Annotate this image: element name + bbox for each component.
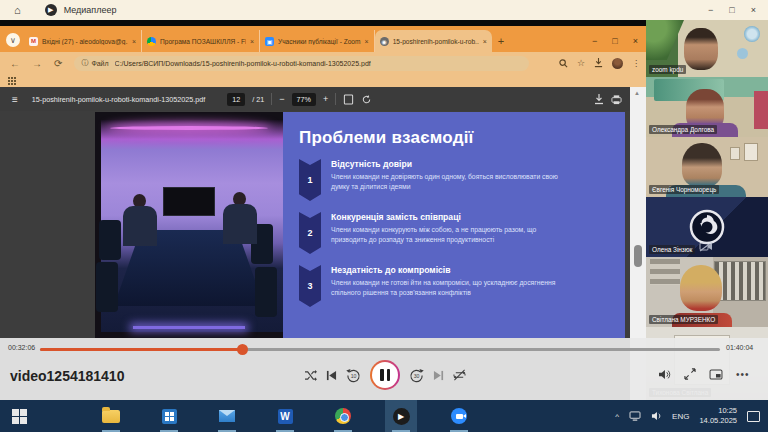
mail-icon[interactable] bbox=[216, 405, 238, 427]
tray-expand-icon[interactable]: ^ bbox=[615, 412, 619, 421]
seek-knob[interactable] bbox=[237, 344, 248, 355]
item-1-text: Члени команди не довіряють один одному, … bbox=[331, 172, 561, 192]
pdf-globe-icon: ◉ bbox=[380, 37, 389, 46]
bookmark-star-icon[interactable]: ☆ bbox=[577, 58, 585, 68]
tab-zoom[interactable]: ▣ Учасники публікації - Zoom × bbox=[260, 30, 375, 52]
clock[interactable]: 10:25 14.05.2025 bbox=[699, 406, 737, 426]
media-player-titlebar: ⌂ ▶ Медиаплеер − □ × bbox=[0, 0, 768, 20]
rotate-icon[interactable] bbox=[361, 94, 372, 105]
slide-page-12: Проблеми взаємодії 1 Відсутність довіри … bbox=[95, 112, 625, 338]
slide-title: Проблеми взаємодії bbox=[299, 128, 611, 148]
zoom-level-input[interactable]: 77% bbox=[292, 93, 316, 106]
total-time-label: 01:40:04 bbox=[726, 344, 753, 351]
browser-close-button[interactable]: × bbox=[633, 36, 638, 46]
start-button[interactable] bbox=[8, 405, 30, 427]
print-icon[interactable] bbox=[611, 94, 622, 105]
participant-name: Євгенія Чорноморець bbox=[649, 185, 719, 194]
microsoft-store-icon[interactable] bbox=[158, 405, 180, 427]
item-1-badge: 1 bbox=[299, 159, 321, 201]
download-icon[interactable] bbox=[594, 58, 603, 68]
tab-pdf-active[interactable]: ◉ 15-poshirenih-pomilok-u-rob... × bbox=[375, 30, 492, 52]
file-explorer-icon[interactable] bbox=[100, 405, 122, 427]
repeat-off-icon[interactable] bbox=[453, 369, 466, 381]
scroll-up-arrow-icon[interactable]: ▲ bbox=[634, 90, 640, 96]
new-tab-button[interactable]: + bbox=[498, 35, 504, 47]
home-icon[interactable]: ⌂ bbox=[14, 4, 21, 16]
forward-30-icon[interactable]: 30 bbox=[409, 368, 424, 383]
tab-search-dropdown[interactable]: ∨ bbox=[6, 33, 20, 47]
page-number-input[interactable]: 12 bbox=[227, 93, 245, 106]
fit-page-icon[interactable] bbox=[343, 94, 354, 105]
zoom-out-button[interactable]: − bbox=[279, 94, 284, 104]
photo-person-right bbox=[223, 192, 257, 244]
bookmarks-bar bbox=[0, 74, 648, 87]
item-3-text: Члени команди не готові йти на компроміс… bbox=[331, 278, 561, 298]
network-icon[interactable] bbox=[629, 411, 641, 421]
player-control-bar: 00:32:06 01:40:04 video1254181410 10 30 … bbox=[0, 338, 768, 400]
item-3-badge: 3 bbox=[299, 265, 321, 307]
previous-track-icon[interactable] bbox=[326, 370, 337, 381]
current-time-label: 00:32:06 bbox=[8, 344, 35, 351]
search-icon[interactable] bbox=[559, 59, 568, 68]
participant-name: Світлана МУРЗЕНКО bbox=[649, 315, 718, 324]
zoom-in-button[interactable]: + bbox=[323, 94, 328, 104]
word-icon[interactable]: W bbox=[274, 405, 296, 427]
volume-icon[interactable] bbox=[658, 369, 671, 380]
file-scheme-label: Файл bbox=[91, 60, 108, 67]
profile-avatar[interactable] bbox=[612, 58, 623, 69]
pause-button[interactable] bbox=[370, 360, 400, 390]
zoom-icon: ▣ bbox=[265, 37, 274, 46]
tab-close-icon[interactable]: × bbox=[365, 38, 369, 45]
media-player-taskbar-icon[interactable]: ▶ bbox=[390, 405, 412, 427]
browser-maximize-button[interactable]: □ bbox=[612, 36, 617, 46]
slide-item-2: 2 Конкуренція замість співпраці Члени ко… bbox=[299, 212, 611, 254]
fullscreen-icon[interactable] bbox=[684, 368, 696, 380]
participant-tile: Світлана МУРЗЕНКО bbox=[646, 257, 768, 327]
browser-menu-icon[interactable]: ⋮ bbox=[632, 59, 640, 68]
rewind-10-icon[interactable]: 10 bbox=[346, 368, 361, 383]
page-total-label: / 21 bbox=[252, 95, 264, 104]
pdf-toolbar: ≡ 15-poshirenih-pomilok-u-roboti-komandi… bbox=[0, 87, 648, 111]
video-title: video1254181410 bbox=[10, 368, 124, 384]
player-close-button[interactable]: × bbox=[751, 5, 756, 15]
tab-gmail[interactable]: M Вхідні (27) - aleodolgova@g... × bbox=[24, 30, 142, 52]
player-maximize-button[interactable]: □ bbox=[729, 5, 734, 15]
player-minimize-button[interactable]: − bbox=[708, 5, 713, 15]
tab-close-icon[interactable]: × bbox=[250, 38, 254, 45]
chrome-icon[interactable] bbox=[332, 405, 354, 427]
language-indicator[interactable]: ENG bbox=[672, 412, 689, 421]
address-url: C:/Users/ВСИП/Downloads/15-poshirenih-po… bbox=[115, 60, 371, 67]
tab-drive[interactable]: Програма ПОЗАШКІЛЛЯ - FІL... × bbox=[142, 30, 260, 52]
tab-close-icon[interactable]: × bbox=[483, 38, 487, 45]
item-2-text: Члени команди конкурують між собою, а не… bbox=[331, 225, 561, 245]
pdf-menu-icon[interactable]: ≡ bbox=[12, 94, 18, 105]
photo-tv-screen bbox=[163, 187, 216, 216]
apps-grid-icon[interactable] bbox=[8, 77, 16, 85]
item-1-heading: Відсутність довіри bbox=[331, 159, 561, 169]
photo-person-left bbox=[123, 194, 157, 246]
action-center-icon[interactable] bbox=[747, 411, 760, 422]
player-more-icon[interactable]: ••• bbox=[736, 369, 750, 380]
address-bar[interactable]: ⓘ Файл C:/Users/ВСИП/Downloads/15-poshir… bbox=[74, 56, 529, 71]
media-player-logo-icon: ▶ bbox=[45, 4, 57, 16]
participant-name: Олена Зінзюк bbox=[649, 245, 695, 254]
speaker-icon[interactable] bbox=[651, 411, 662, 421]
google-drive-icon bbox=[147, 37, 156, 46]
participant-name: zoom kpdu bbox=[649, 65, 686, 74]
shuffle-icon[interactable] bbox=[304, 370, 317, 381]
pdf-download-icon[interactable] bbox=[594, 94, 604, 105]
mini-player-icon[interactable] bbox=[709, 369, 723, 380]
zoom-taskbar-icon[interactable] bbox=[448, 405, 470, 427]
seek-bar[interactable] bbox=[40, 348, 720, 351]
scrollbar-thumb[interactable] bbox=[634, 245, 642, 267]
reload-button[interactable]: ⟳ bbox=[54, 58, 62, 69]
browser-tab-strip: ∨ M Вхідні (27) - aleodolgova@g... × Про… bbox=[0, 26, 648, 52]
pdf-filename: 15-poshirenih-pomilok-u-roboti-komandi-1… bbox=[32, 95, 205, 104]
info-icon[interactable]: ⓘ bbox=[81, 58, 88, 68]
tab-close-icon[interactable]: × bbox=[132, 38, 136, 45]
slide-content-panel: Проблеми взаємодії 1 Відсутність довіри … bbox=[283, 112, 625, 338]
next-track-icon[interactable] bbox=[433, 370, 444, 381]
forward-button[interactable]: → bbox=[32, 58, 42, 69]
back-button[interactable]: ← bbox=[10, 58, 20, 69]
browser-minimize-button[interactable]: − bbox=[592, 36, 597, 46]
